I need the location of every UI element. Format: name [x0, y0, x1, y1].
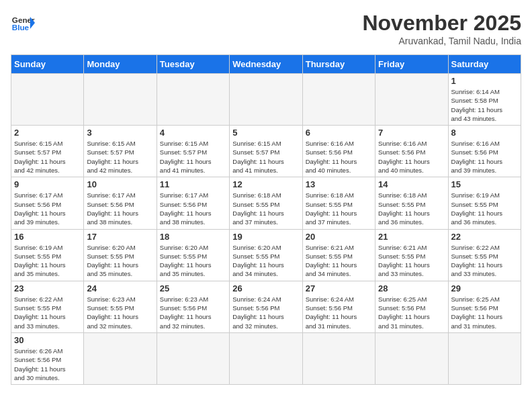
day-info: Sunrise: 6:20 AM Sunset: 5:55 PM Dayligh… — [232, 243, 299, 279]
calendar-cell — [84, 74, 157, 126]
calendar-cell-empty — [375, 332, 448, 384]
calendar-cell: 23Sunrise: 6:22 AM Sunset: 5:55 PM Dayli… — [11, 281, 84, 332]
day-number: 7 — [378, 128, 445, 138]
day-info: Sunrise: 6:19 AM Sunset: 5:55 PM Dayligh… — [14, 243, 81, 279]
calendar-cell — [302, 74, 375, 126]
day-info: Sunrise: 6:21 AM Sunset: 5:55 PM Dayligh… — [306, 243, 372, 279]
calendar-cell: 20Sunrise: 6:21 AM Sunset: 5:55 PM Dayli… — [302, 229, 375, 281]
day-info: Sunrise: 6:17 AM Sunset: 5:56 PM Dayligh… — [160, 191, 226, 226]
calendar-cell: 19Sunrise: 6:20 AM Sunset: 5:55 PM Dayli… — [230, 229, 302, 281]
calendar-cell: 27Sunrise: 6:24 AM Sunset: 5:56 PM Dayli… — [302, 281, 375, 332]
calendar-cell: 2Sunrise: 6:15 AM Sunset: 5:57 PM Daylig… — [11, 126, 84, 177]
weekday-header-row: Sunday Monday Tuesday Wednesday Thursday… — [11, 55, 521, 74]
day-info: Sunrise: 6:20 AM Sunset: 5:55 PM Dayligh… — [87, 243, 153, 279]
title-block: November 2025 Aruvankad, Tamil Nadu, Ind… — [362, 11, 521, 46]
calendar-cell: 22Sunrise: 6:22 AM Sunset: 5:55 PM Dayli… — [448, 229, 521, 281]
subtitle: Aruvankad, Tamil Nadu, India — [362, 36, 521, 46]
day-number: 29 — [451, 283, 518, 293]
calendar-cell: 7Sunrise: 6:16 AM Sunset: 5:56 PM Daylig… — [375, 126, 448, 177]
calendar-cell: 4Sunrise: 6:15 AM Sunset: 5:57 PM Daylig… — [157, 126, 229, 177]
day-info: Sunrise: 6:16 AM Sunset: 5:56 PM Dayligh… — [306, 139, 372, 175]
day-info: Sunrise: 6:16 AM Sunset: 5:56 PM Dayligh… — [378, 139, 445, 175]
day-number: 23 — [14, 283, 81, 293]
day-number: 13 — [306, 179, 372, 189]
calendar-cell: 21Sunrise: 6:21 AM Sunset: 5:55 PM Dayli… — [375, 229, 448, 281]
calendar-row-0: 1Sunrise: 6:14 AM Sunset: 5:58 PM Daylig… — [11, 74, 521, 126]
month-title: November 2025 — [362, 11, 521, 36]
header-thursday: Thursday — [302, 55, 375, 74]
day-number: 28 — [378, 283, 445, 293]
day-info: Sunrise: 6:15 AM Sunset: 5:57 PM Dayligh… — [14, 139, 81, 175]
calendar-row-5: 30Sunrise: 6:26 AM Sunset: 5:56 PM Dayli… — [11, 332, 521, 384]
calendar-cell — [157, 74, 229, 126]
calendar-cell-empty — [84, 332, 157, 384]
day-info: Sunrise: 6:17 AM Sunset: 5:56 PM Dayligh… — [87, 191, 153, 226]
day-info: Sunrise: 6:21 AM Sunset: 5:55 PM Dayligh… — [378, 243, 445, 279]
day-number: 12 — [232, 179, 299, 189]
day-number: 22 — [451, 232, 518, 242]
day-number: 10 — [87, 179, 153, 189]
day-info: Sunrise: 6:15 AM Sunset: 5:57 PM Dayligh… — [232, 139, 299, 175]
day-number: 5 — [232, 128, 299, 138]
header-wednesday: Wednesday — [230, 55, 302, 74]
day-info: Sunrise: 6:24 AM Sunset: 5:56 PM Dayligh… — [306, 295, 372, 330]
calendar-cell: 11Sunrise: 6:17 AM Sunset: 5:56 PM Dayli… — [157, 177, 229, 229]
day-number: 17 — [87, 232, 153, 242]
calendar-cell: 8Sunrise: 6:16 AM Sunset: 5:56 PM Daylig… — [448, 126, 521, 177]
header-saturday: Saturday — [448, 55, 521, 74]
calendar: Sunday Monday Tuesday Wednesday Thursday… — [11, 54, 521, 385]
calendar-cell-empty — [448, 332, 521, 384]
day-info: Sunrise: 6:18 AM Sunset: 5:55 PM Dayligh… — [232, 191, 299, 226]
day-info: Sunrise: 6:25 AM Sunset: 5:56 PM Dayligh… — [451, 295, 518, 330]
calendar-row-1: 2Sunrise: 6:15 AM Sunset: 5:57 PM Daylig… — [11, 126, 521, 177]
calendar-cell: 3Sunrise: 6:15 AM Sunset: 5:57 PM Daylig… — [84, 126, 157, 177]
header-friday: Friday — [375, 55, 448, 74]
calendar-cell: 17Sunrise: 6:20 AM Sunset: 5:55 PM Dayli… — [84, 229, 157, 281]
day-number: 27 — [306, 283, 372, 293]
day-number: 8 — [451, 128, 518, 138]
day-info: Sunrise: 6:16 AM Sunset: 5:56 PM Dayligh… — [451, 139, 518, 175]
calendar-cell: 18Sunrise: 6:20 AM Sunset: 5:55 PM Dayli… — [157, 229, 229, 281]
day-number: 24 — [87, 283, 153, 293]
page-header: General Blue November 2025 Aruvankad, Ta… — [11, 11, 521, 46]
calendar-cell: 5Sunrise: 6:15 AM Sunset: 5:57 PM Daylig… — [230, 126, 302, 177]
day-number: 21 — [378, 232, 445, 242]
day-info: Sunrise: 6:20 AM Sunset: 5:55 PM Dayligh… — [160, 243, 226, 279]
calendar-cell — [230, 74, 302, 126]
calendar-cell: 28Sunrise: 6:25 AM Sunset: 5:56 PM Dayli… — [375, 281, 448, 332]
day-info: Sunrise: 6:22 AM Sunset: 5:55 PM Dayligh… — [451, 243, 518, 279]
calendar-cell: 1Sunrise: 6:14 AM Sunset: 5:58 PM Daylig… — [448, 74, 521, 126]
calendar-cell-empty — [302, 332, 375, 384]
calendar-cell: 14Sunrise: 6:18 AM Sunset: 5:55 PM Dayli… — [375, 177, 448, 229]
day-info: Sunrise: 6:24 AM Sunset: 5:56 PM Dayligh… — [232, 295, 299, 330]
logo-icon: General Blue — [11, 11, 35, 35]
day-number: 19 — [232, 232, 299, 242]
day-number: 2 — [14, 128, 81, 138]
calendar-cell: 16Sunrise: 6:19 AM Sunset: 5:55 PM Dayli… — [11, 229, 84, 281]
day-number: 15 — [451, 179, 518, 189]
calendar-row-3: 16Sunrise: 6:19 AM Sunset: 5:55 PM Dayli… — [11, 229, 521, 281]
calendar-cell-empty — [157, 332, 229, 384]
logo: General Blue — [11, 11, 35, 35]
calendar-row-2: 9Sunrise: 6:17 AM Sunset: 5:56 PM Daylig… — [11, 177, 521, 229]
header-monday: Monday — [84, 55, 157, 74]
day-info: Sunrise: 6:15 AM Sunset: 5:57 PM Dayligh… — [87, 139, 153, 175]
day-info: Sunrise: 6:14 AM Sunset: 5:58 PM Dayligh… — [451, 87, 518, 123]
day-number: 4 — [160, 128, 226, 138]
day-info: Sunrise: 6:19 AM Sunset: 5:55 PM Dayligh… — [451, 191, 518, 226]
day-number: 30 — [14, 335, 81, 345]
day-number: 1 — [451, 76, 518, 86]
day-number: 16 — [14, 232, 81, 242]
day-info: Sunrise: 6:18 AM Sunset: 5:55 PM Dayligh… — [378, 191, 445, 226]
calendar-cell-empty — [230, 332, 302, 384]
day-info: Sunrise: 6:23 AM Sunset: 5:56 PM Dayligh… — [160, 295, 226, 330]
day-number: 3 — [87, 128, 153, 138]
day-number: 14 — [378, 179, 445, 189]
day-number: 18 — [160, 232, 226, 242]
day-number: 6 — [306, 128, 372, 138]
calendar-cell: 29Sunrise: 6:25 AM Sunset: 5:56 PM Dayli… — [448, 281, 521, 332]
day-number: 11 — [160, 179, 226, 189]
calendar-cell: 26Sunrise: 6:24 AM Sunset: 5:56 PM Dayli… — [230, 281, 302, 332]
day-info: Sunrise: 6:15 AM Sunset: 5:57 PM Dayligh… — [160, 139, 226, 175]
day-info: Sunrise: 6:23 AM Sunset: 5:55 PM Dayligh… — [87, 295, 153, 330]
